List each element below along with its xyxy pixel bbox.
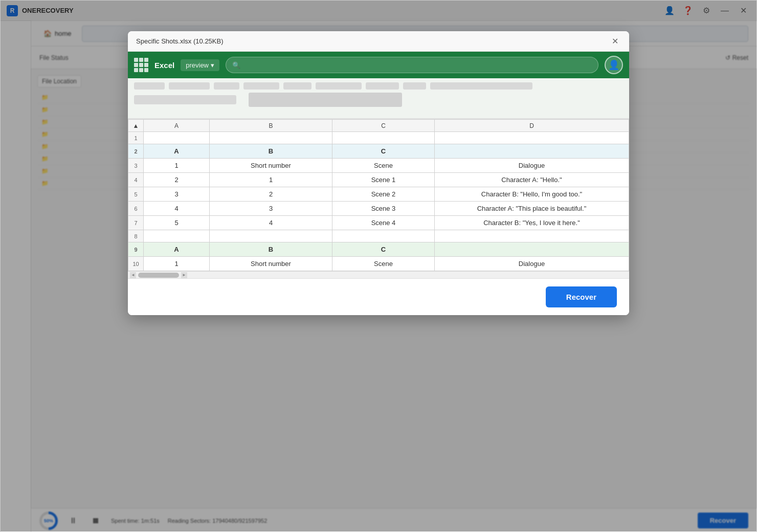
table-cell[interactable]: 2 (210, 187, 332, 202)
corner-header: ▲ (128, 120, 144, 132)
spreadsheet-table: ▲ A B C D 12ABC31Short numberSceneDialog… (128, 119, 629, 271)
excel-app-label: Excel (154, 61, 174, 70)
table-cell[interactable] (435, 242, 629, 257)
table-cell[interactable]: 1 (210, 173, 332, 187)
table-cell[interactable]: 3 (144, 187, 210, 202)
table-cell[interactable] (435, 230, 629, 242)
table-cell[interactable]: 4 (210, 216, 332, 230)
scroll-right-button[interactable]: ► (181, 272, 187, 278)
table-cell[interactable]: 5 (144, 216, 210, 230)
table-cell[interactable] (332, 230, 435, 242)
table-cell[interactable] (210, 132, 332, 144)
modal-close-button[interactable]: ✕ (609, 35, 621, 48)
excel-toolbar: Excel preview ▾ 👤 (128, 52, 629, 78)
row-number: 9 (128, 242, 144, 257)
table-cell[interactable]: A (144, 144, 210, 159)
app-window: R ONERECOVERY 👤 ❓ ⚙ — ✕ 🏠 home (0, 0, 757, 532)
table-cell[interactable]: 1 (144, 257, 210, 271)
table-cell[interactable]: Scene 1 (332, 173, 435, 187)
col-header-a: A (144, 120, 210, 132)
modal-overlay: Specific Shots.xlsx (10.25KB) ✕ Excel pr… (1, 1, 756, 531)
table-cell[interactable]: Scene (332, 159, 435, 173)
row-number: 3 (128, 159, 144, 173)
table-cell[interactable]: Character A: "This place is beautiful." (435, 202, 629, 216)
row-number: 6 (128, 202, 144, 216)
row-number: 4 (128, 173, 144, 187)
table-cell[interactable]: 4 (144, 202, 210, 216)
table-cell[interactable] (332, 132, 435, 144)
table-cell[interactable]: Scene 2 (332, 187, 435, 202)
table-cell[interactable]: Dialogue (435, 159, 629, 173)
excel-grid-icon[interactable] (134, 58, 148, 72)
scroll-left-button[interactable]: ◄ (130, 272, 136, 278)
scroll-thumb[interactable] (138, 273, 179, 278)
excel-user-icon[interactable]: 👤 (605, 56, 623, 74)
modal-title: Specific Shots.xlsx (10.25KB) (136, 37, 609, 45)
table-cell[interactable]: Character B: "Yes, I love it here." (435, 216, 629, 230)
table-cell[interactable]: B (210, 242, 332, 257)
table-cell[interactable] (435, 144, 629, 159)
preview-modal: Specific Shots.xlsx (10.25KB) ✕ Excel pr… (128, 31, 629, 315)
modal-footer: Recover (128, 278, 629, 315)
table-cell[interactable]: 2 (144, 173, 210, 187)
table-cell[interactable]: Scene (332, 257, 435, 271)
table-cell[interactable]: Scene 4 (332, 216, 435, 230)
row-number: 2 (128, 144, 144, 159)
table-cell[interactable]: Character A: "Hello." (435, 173, 629, 187)
table-cell[interactable]: C (332, 144, 435, 159)
row-number: 5 (128, 187, 144, 202)
table-cell[interactable]: Short number (210, 159, 332, 173)
table-cell[interactable]: 3 (210, 202, 332, 216)
excel-preview-button[interactable]: preview ▾ (181, 59, 219, 71)
table-cell[interactable] (210, 230, 332, 242)
table-cell[interactable] (144, 230, 210, 242)
spreadsheet-container[interactable]: ▲ A B C D 12ABC31Short numberSceneDialog… (128, 119, 629, 278)
table-cell[interactable] (435, 132, 629, 144)
col-header-c: C (332, 120, 435, 132)
row-number: 10 (128, 257, 144, 271)
table-cell[interactable] (144, 132, 210, 144)
table-cell[interactable]: B (210, 144, 332, 159)
table-cell[interactable]: C (332, 242, 435, 257)
table-cell[interactable]: 1 (144, 159, 210, 173)
col-header-b: B (210, 120, 332, 132)
table-cell[interactable]: Short number (210, 257, 332, 271)
row-number: 8 (128, 230, 144, 242)
table-cell[interactable]: A (144, 242, 210, 257)
horizontal-scrollbar[interactable]: ◄ ► (128, 271, 629, 278)
row-number: 7 (128, 216, 144, 230)
col-header-d: D (435, 120, 629, 132)
modal-title-bar: Specific Shots.xlsx (10.25KB) ✕ (128, 31, 629, 52)
table-cell[interactable]: Scene 3 (332, 202, 435, 216)
ribbon-area (128, 78, 629, 119)
excel-search-input[interactable] (226, 57, 598, 73)
table-cell[interactable]: Dialogue (435, 257, 629, 271)
recover-modal-button[interactable]: Recover (546, 286, 617, 307)
row-number: 1 (128, 132, 144, 144)
table-cell[interactable]: Character B: "Hello, I'm good too." (435, 187, 629, 202)
